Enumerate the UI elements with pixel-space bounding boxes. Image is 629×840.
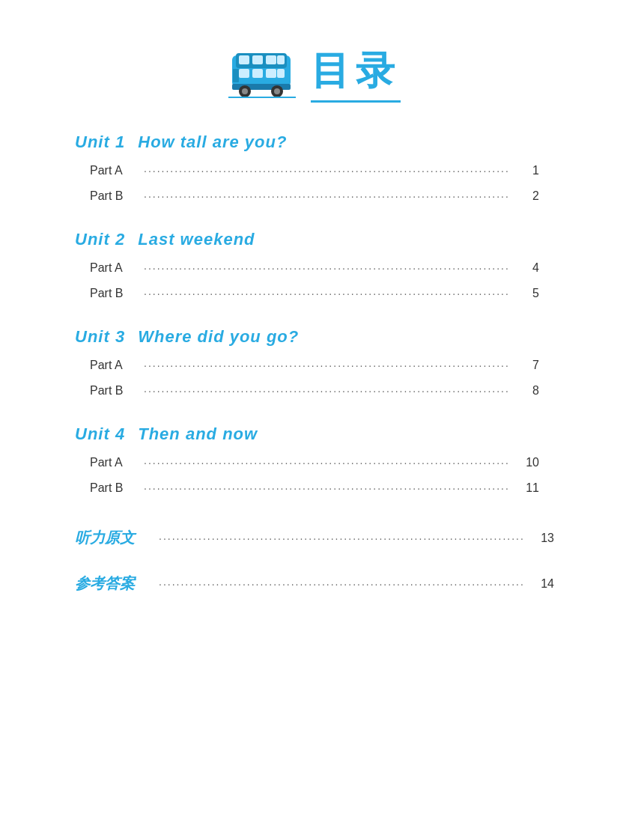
unit2-title: Unit 2 Last weekend: [75, 230, 554, 249]
dot-line: ········································…: [144, 386, 511, 396]
svg-rect-6: [239, 69, 249, 78]
unit2-partb-row: Part B ·································…: [75, 287, 554, 300]
dot-line: ········································…: [159, 533, 526, 544]
svg-rect-7: [252, 69, 263, 78]
svg-rect-8: [266, 69, 276, 78]
unit3-partb-row: Part B ·································…: [75, 384, 554, 398]
toc-content: Unit 1 How tall are you? Part A ········…: [60, 133, 569, 594]
dot-line: ········································…: [144, 457, 511, 468]
page: 目录 Unit 1 How tall are you? Part A ·····…: [0, 0, 629, 840]
svg-rect-9: [277, 69, 285, 78]
unit2-parta-row: Part A ·································…: [75, 261, 554, 275]
unit4-partb-row: Part B ·································…: [75, 481, 554, 495]
svg-rect-3: [252, 55, 263, 64]
unit2-entry: Unit 2 Last weekend Part A ·············…: [75, 230, 554, 300]
dot-line: ········································…: [144, 263, 511, 273]
dot-line: ········································…: [144, 483, 511, 493]
svg-point-15: [274, 88, 280, 94]
svg-rect-4: [266, 55, 276, 64]
dot-line: ········································…: [144, 288, 511, 299]
unit1-title: Unit 1 How tall are you?: [75, 133, 554, 152]
dot-line: ········································…: [144, 165, 511, 176]
dot-line: ········································…: [159, 579, 526, 589]
bus-icon: [228, 49, 296, 98]
unit1-entry: Unit 1 How tall are you? Part A ········…: [75, 133, 554, 203]
svg-rect-2: [239, 55, 249, 64]
page-title: 目录: [311, 45, 401, 103]
unit1-parta-row: Part A ·································…: [75, 164, 554, 177]
unit4-parta-row: Part A ·································…: [75, 456, 554, 469]
listening-entry: 听力原文 ···································…: [75, 528, 554, 548]
unit4-title: Unit 4 Then and now: [75, 424, 554, 444]
unit1-partb-row: Part B ·································…: [75, 189, 554, 203]
dot-line: ········································…: [144, 360, 511, 371]
unit3-entry: Unit 3 Where did you go? Part A ········…: [75, 327, 554, 398]
svg-point-13: [242, 88, 248, 94]
svg-rect-10: [233, 69, 239, 82]
unit3-title: Unit 3 Where did you go?: [75, 327, 554, 347]
unit4-entry: Unit 4 Then and now Part A ·············…: [75, 424, 554, 495]
dot-line: ········································…: [144, 191, 511, 201]
unit3-parta-row: Part A ·································…: [75, 359, 554, 372]
header: 目录: [60, 30, 569, 103]
svg-rect-5: [277, 55, 285, 64]
answers-entry: 参考答案 ···································…: [75, 573, 554, 594]
